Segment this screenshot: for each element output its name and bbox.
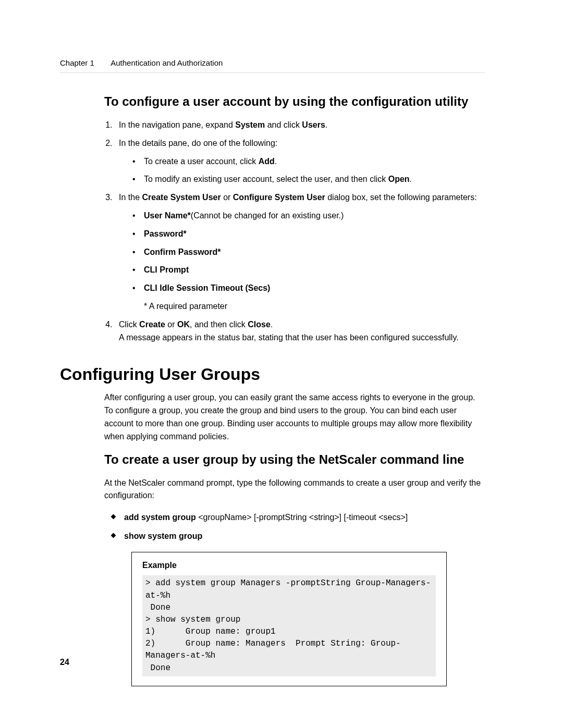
header-rule	[60, 72, 485, 73]
steps-list: In the navigation pane, expand System an…	[115, 119, 485, 344]
param-cli-idle-timeout: CLI Idle Session Timeout (Secs)	[132, 282, 485, 295]
step-1-text: In the navigation pane, expand System an…	[119, 120, 327, 129]
example-title: Example	[142, 561, 436, 570]
step-4-line2: A message appears in the status bar, sta…	[119, 333, 459, 342]
param-user-name: User Name*(Cannot be changed for an exis…	[132, 209, 485, 223]
cmd-add-system-group: add system group <groupName> [-promptStr…	[109, 511, 485, 524]
step-1: In the navigation pane, expand System an…	[115, 119, 485, 132]
step-2: In the details pane, do one of the follo…	[115, 137, 485, 186]
user-groups-intro: After configuring a user group, you can …	[104, 391, 485, 443]
required-parameter-note: * A required parameter	[144, 300, 485, 313]
step-2-bullet-add: To create a user account, click Add.	[132, 155, 485, 168]
heading-configuring-user-groups: Configuring User Groups	[60, 365, 485, 384]
step-2-sublist: To create a user account, click Add. To …	[119, 155, 485, 187]
param-cli-prompt: CLI Prompt	[132, 264, 485, 277]
step-2-text: In the details pane, do one of the follo…	[119, 139, 277, 147]
step-2-bullet-open: To modify an existing user account, sele…	[132, 173, 485, 186]
cmd-show-system-group: show system group	[109, 529, 485, 543]
subheading-create-group-cli: To create a user group by using the NetS…	[104, 452, 485, 467]
chapter-label: Chapter 1	[60, 58, 94, 67]
step-4-line1: Click Create or OK, and then click Close…	[119, 320, 273, 329]
subheading-configure-user: To configure a user account by using the…	[104, 94, 485, 109]
section-user-groups-body: After configuring a user group, you can …	[104, 391, 485, 686]
step-3: In the Create System User or Configure S…	[115, 191, 485, 313]
command-list: add system group <groupName> [-promptStr…	[104, 511, 485, 542]
example-box: Example > add system group Managers -pro…	[131, 552, 447, 686]
step-4: Click Create or OK, and then click Close…	[115, 318, 485, 344]
chapter-title: Authentication and Authorization	[111, 58, 223, 67]
param-confirm-password: Confirm Password*	[132, 246, 485, 259]
create-group-lead: At the NetScaler command prompt, type th…	[104, 477, 485, 503]
step-3-text: In the Create System User or Configure S…	[119, 193, 477, 202]
example-code: > add system group Managers -promptStrin…	[142, 575, 436, 676]
param-password: Password*	[132, 228, 485, 241]
section-configure-user-account: To configure a user account by using the…	[104, 94, 485, 344]
step-3-params: User Name*(Cannot be changed for an exis…	[119, 209, 485, 295]
page-number: 24	[60, 658, 69, 667]
page-content: Chapter 1 Authentication and Authorizati…	[60, 58, 485, 686]
running-header: Chapter 1 Authentication and Authorizati…	[60, 58, 485, 67]
